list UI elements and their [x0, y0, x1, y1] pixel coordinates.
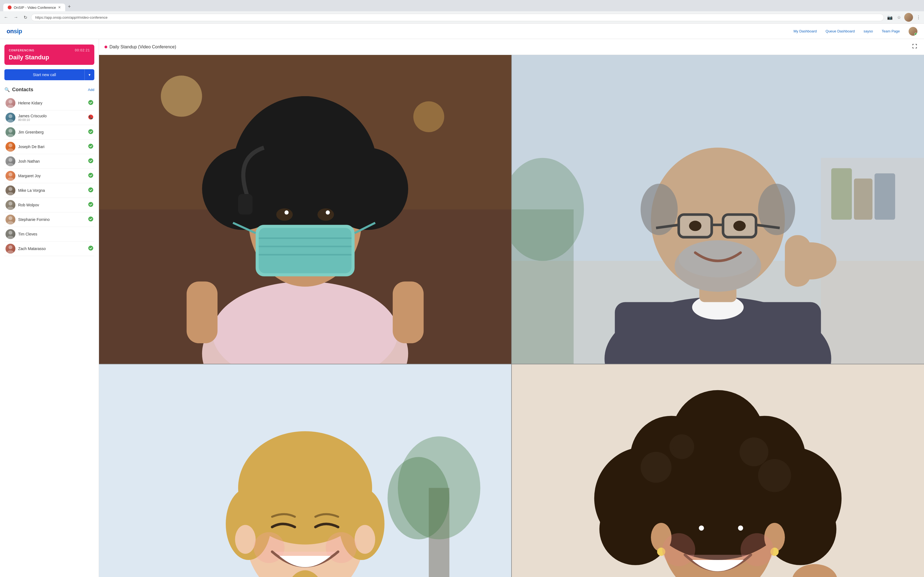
status-available-icon — [88, 100, 93, 106]
video-cell-3 — [99, 364, 511, 577]
svg-point-4 — [8, 114, 12, 118]
contact-item[interactable]: Jim Greenberg — [5, 125, 94, 140]
contact-info: Josh Nathan — [18, 159, 86, 163]
contact-item[interactable]: Tim Cleves — [5, 227, 94, 242]
svg-point-132 — [738, 525, 743, 531]
svg-text:📞: 📞 — [89, 115, 93, 119]
browser-menu-icon[interactable]: ⋮ — [915, 14, 922, 21]
tab-close-button[interactable]: × — [58, 5, 60, 10]
svg-point-121 — [640, 452, 671, 483]
contact-item[interactable]: Helene Kidary — [5, 96, 94, 110]
svg-point-122 — [669, 434, 694, 459]
contact-info: Helene Kidary — [18, 101, 86, 105]
video-cell-2 — [512, 55, 924, 364]
contacts-search-icon[interactable]: 🔍 — [5, 87, 10, 92]
url-text: https://app.onsip.com/app/#/video-confer… — [35, 15, 108, 19]
my-dashboard-link[interactable]: My Dashboard — [793, 29, 817, 33]
svg-point-12 — [7, 148, 14, 152]
conf-label: CONFERENCING 00:02:21 — [9, 48, 90, 52]
video-cell-4 — [512, 364, 924, 577]
contact-item[interactable]: Rob Wolpov — [5, 198, 94, 213]
fullscreen-button[interactable] — [911, 42, 919, 52]
svg-point-2 — [7, 105, 14, 108]
svg-point-3 — [88, 100, 93, 105]
contacts-title-wrap: 🔍 Contacts — [5, 87, 33, 93]
live-indicator — [105, 46, 107, 48]
contact-item[interactable]: Joseph De Bari — [5, 140, 94, 154]
avatar-online-indicator — [914, 33, 917, 35]
contact-name: James Criscuolo — [18, 114, 86, 118]
camera-icon[interactable]: 📷 — [886, 14, 894, 21]
avatar — [5, 98, 15, 108]
svg-point-16 — [88, 158, 93, 163]
svg-point-48 — [284, 211, 289, 214]
svg-point-28 — [88, 216, 93, 221]
video-title: Daily Standup (Video Conference) — [105, 45, 176, 50]
contact-info: Joseph De Bari — [18, 145, 86, 149]
app-container: onsip My Dashboard Queue Dashboard sayso… — [0, 24, 924, 577]
svg-point-21 — [7, 192, 14, 195]
refresh-button[interactable]: ↻ — [22, 14, 29, 21]
status-busy-icon: 📞 — [88, 114, 93, 121]
conferencing-card[interactable]: CONFERENCING 00:02:21 Daily Standup — [5, 45, 94, 65]
svg-point-13 — [88, 144, 93, 149]
video-conference-title: Daily Standup (Video Conference) — [110, 45, 176, 50]
contact-item[interactable]: Stephanie Fornino — [5, 213, 94, 227]
address-bar[interactable]: https://app.onsip.com/app/#/video-confer… — [31, 14, 884, 21]
svg-point-37 — [414, 102, 444, 132]
bookmark-icon[interactable]: ☆ — [896, 14, 902, 21]
svg-point-11 — [8, 143, 12, 147]
status-available-icon — [88, 187, 93, 193]
svg-point-29 — [8, 231, 12, 235]
status-available-icon — [88, 173, 93, 179]
avatar — [5, 200, 15, 210]
contact-item[interactable]: Josh Nathan — [5, 154, 94, 169]
contact-item[interactable]: Mike La Vorgna — [5, 183, 94, 198]
contact-item[interactable]: Margaret Joy — [5, 169, 94, 183]
svg-point-123 — [740, 437, 768, 466]
forward-button[interactable]: → — [12, 14, 20, 21]
svg-point-18 — [7, 177, 14, 181]
contact-info: Stephanie Fornino — [18, 218, 86, 222]
svg-point-134 — [741, 533, 774, 566]
svg-rect-64 — [854, 179, 872, 220]
svg-point-100 — [235, 525, 256, 554]
svg-point-124 — [758, 459, 791, 492]
svg-rect-59 — [393, 281, 423, 343]
svg-point-133 — [662, 533, 695, 566]
svg-point-1 — [8, 100, 12, 103]
back-button[interactable]: ← — [2, 14, 10, 21]
active-tab[interactable]: OnSIP - Video Conference × — [3, 3, 65, 11]
status-available-icon — [88, 202, 93, 208]
user-avatar[interactable] — [909, 27, 918, 36]
contact-item[interactable]: James Criscuolo 00:00:10 📞 — [5, 110, 94, 125]
avatar — [5, 244, 15, 254]
avatar — [5, 214, 15, 224]
browser-profile-avatar[interactable] — [904, 13, 913, 22]
contact-item[interactable]: Zach Matarasso — [5, 242, 94, 256]
contacts-list: Helene Kidary James Crisc — [5, 96, 94, 256]
app-nav: My Dashboard Queue Dashboard sayso Team … — [793, 27, 918, 36]
contact-name: Rob Wolpov — [18, 203, 86, 207]
contact-info: Mike La Vorgna — [18, 188, 86, 193]
contact-info: Zach Matarasso — [18, 247, 86, 251]
queue-dashboard-link[interactable]: Queue Dashboard — [825, 29, 855, 33]
contact-name: Zach Matarasso — [18, 247, 86, 251]
add-contact-button[interactable]: Add — [88, 88, 94, 92]
svg-point-91 — [388, 457, 449, 540]
svg-point-30 — [7, 236, 14, 239]
svg-rect-51 — [259, 228, 351, 273]
contact-sub: 00:00:10 — [18, 118, 86, 121]
contact-name: Margaret Joy — [18, 174, 86, 178]
user-link[interactable]: sayso — [864, 29, 873, 33]
svg-point-131 — [699, 525, 704, 531]
start-new-call-dropdown[interactable]: ▾ — [84, 69, 94, 80]
contacts-header: 🔍 Contacts Add — [5, 87, 94, 93]
team-page-link[interactable]: Team Page — [882, 29, 900, 33]
svg-rect-65 — [874, 173, 895, 220]
start-new-call-button[interactable]: Start new call — [5, 69, 84, 80]
status-available-icon — [88, 216, 93, 222]
svg-point-32 — [7, 250, 14, 254]
svg-point-17 — [8, 172, 12, 176]
new-tab-button[interactable]: + — [65, 2, 74, 11]
